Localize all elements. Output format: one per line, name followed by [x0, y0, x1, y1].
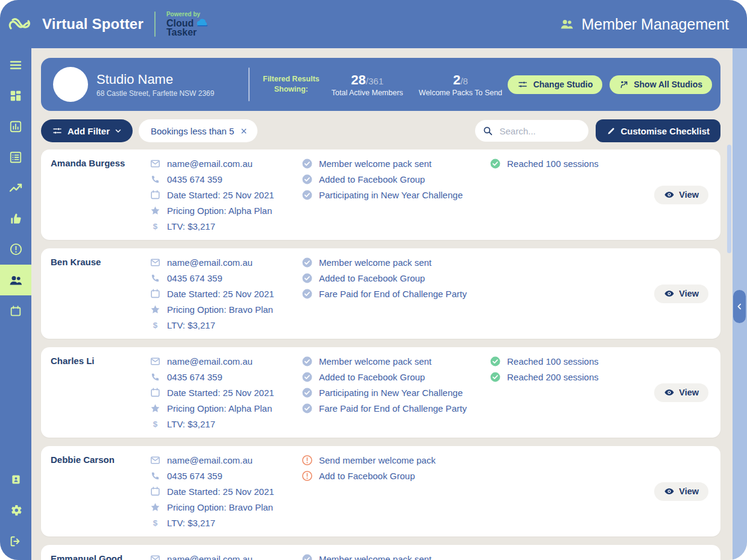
chip-close-icon[interactable]	[240, 127, 248, 135]
stat-value: 28	[351, 72, 365, 87]
member-checklist: Send member welcome packAdd to Facebook …	[301, 452, 490, 483]
svg-text:$: $	[153, 419, 158, 428]
member-card: Charles Liname@email.com.au0435 674 359D…	[41, 347, 720, 438]
view-button-label: View	[679, 388, 699, 397]
eye-icon	[664, 189, 675, 200]
scrollbar-thumb[interactable]	[727, 145, 731, 253]
sidebar-item-profile[interactable]	[0, 464, 31, 495]
sidebar-item-feedback[interactable]	[0, 203, 31, 234]
studio-name: Studio Name	[96, 72, 235, 87]
checklist-label: Added to Facebook Group	[319, 372, 425, 382]
check-circle-icon	[301, 387, 313, 398]
dashboard-icon	[9, 89, 22, 102]
contact-row-mail: name@email.com.au	[150, 353, 301, 369]
sidebar-item-menu[interactable]	[0, 49, 31, 80]
star-icon	[150, 502, 161, 513]
sidebar-item-logout[interactable]	[0, 526, 31, 556]
checklist-item: Added to Facebook Group	[301, 171, 490, 187]
contact-row-calendar: Date Started: 25 Nov 2021	[150, 483, 301, 499]
change-studio-label: Change Studio	[533, 80, 593, 89]
main-content: Studio Name 68 Castle Street, Farfette N…	[41, 58, 720, 560]
sidebar-item-forms[interactable]	[0, 142, 31, 172]
eye-icon	[664, 486, 675, 497]
drawer-toggle[interactable]	[733, 290, 746, 323]
filter-chip-label: Bookings less than 5	[151, 126, 234, 136]
contact-value: 0435 674 359	[167, 273, 222, 283]
filtered-results-label: Filtered Results Showing:	[263, 74, 320, 95]
view-member-button[interactable]: View	[654, 186, 708, 204]
checklist-item: Member welcome pack sent	[301, 254, 490, 270]
member-contact: name@email.com.au0435 674 359Date Starte…	[150, 452, 301, 530]
view-button-label: View	[679, 190, 699, 200]
sidebar-item-members[interactable]	[0, 265, 31, 295]
dollar-icon: $	[150, 319, 161, 331]
checklist-item: Member welcome pack sent	[301, 156, 490, 171]
contact-row-star: Pricing Option: Bravo Plan	[150, 499, 301, 515]
mail-icon	[150, 356, 161, 367]
trend-icon	[8, 181, 23, 195]
svg-text:$: $	[153, 518, 158, 527]
stat-total: /8	[461, 76, 468, 86]
cloud-tasker-line1: Cloud	[166, 19, 194, 28]
checklist-label: Send member welcome pack	[319, 455, 435, 465]
milestone-label: Reached 100 sessions	[507, 356, 599, 367]
member-milestones: Reached 100 sessions	[490, 156, 654, 171]
show-all-studios-button[interactable]: Show All Studios	[610, 75, 712, 94]
sidebar-item-settings[interactable]	[0, 495, 31, 526]
sidebar-item-trends[interactable]	[0, 172, 31, 203]
contact-row-dollar: $LTV: $3,217	[150, 416, 301, 432]
view-member-button[interactable]: View	[654, 285, 708, 303]
contact-row-mail: name@email.com.au	[150, 156, 301, 171]
milestone-check-icon	[490, 371, 501, 383]
contact-value: Date Started: 25 Nov 2021	[167, 289, 274, 299]
brand-area: Virtual Spotter Powered by Cloud Tasker	[8, 11, 209, 37]
filter-chips: Bookings less than 5	[133, 119, 257, 142]
checklist-label: Member welcome pack sent	[319, 554, 432, 560]
studio-bar: Studio Name 68 Castle Street, Farfette N…	[41, 58, 720, 111]
view-member-button[interactable]: View	[654, 482, 708, 501]
add-filter-label: Add Filter	[68, 126, 110, 136]
dollar-icon: $	[150, 517, 161, 529]
contact-value: LTV: $3,217	[167, 221, 215, 231]
dollar-icon: $	[150, 418, 161, 430]
contact-value: Date Started: 25 Nov 2021	[167, 486, 274, 497]
studio-stats: 28/361Total Active Members2/8Welcome Pac…	[332, 72, 502, 97]
checklist-label: Member welcome pack sent	[319, 356, 432, 367]
alert-circle-icon	[301, 455, 313, 466]
customise-checklist-button[interactable]: Customise Checklist	[596, 119, 720, 142]
sidebar-item-calendar[interactable]	[0, 295, 31, 326]
menu-icon	[8, 58, 23, 72]
filtered-results-line2: Showing:	[263, 84, 320, 95]
calendar-icon	[150, 386, 161, 399]
contact-value: Pricing Option: Alpha Plan	[167, 403, 272, 414]
checklist-item: Add to Facebook Group	[301, 468, 490, 483]
studio-avatar	[53, 67, 88, 102]
contact-value: 0435 674 359	[167, 174, 222, 184]
contact-row-dollar: $LTV: $3,217	[150, 218, 301, 234]
sidebar-item-reports[interactable]	[0, 111, 31, 142]
checklist-item: Participating in New Year Challenge	[301, 385, 490, 400]
app-window: Virtual Spotter Powered by Cloud Tasker	[0, 0, 747, 560]
member-checklist: Member welcome pack sentAdded to Faceboo…	[301, 353, 490, 416]
svg-text:$: $	[153, 320, 158, 329]
contact-value: Pricing Option: Bravo Plan	[167, 502, 273, 512]
add-filter-button[interactable]: Add Filter	[41, 119, 133, 142]
milestone-check-icon	[490, 158, 501, 169]
milestone-label: Reached 100 sessions	[507, 159, 599, 169]
contact-row-phone: 0435 674 359	[150, 270, 301, 286]
check-circle-icon	[301, 257, 313, 268]
view-member-button[interactable]: View	[654, 383, 708, 402]
search-input[interactable]	[498, 125, 581, 137]
filter-chip: Bookings less than 5	[139, 119, 257, 142]
sidebar-item-alerts[interactable]	[0, 234, 31, 265]
calendar-icon	[150, 188, 161, 201]
view-button-label: View	[679, 486, 699, 496]
contact-value: 0435 674 359	[167, 471, 222, 481]
sidebar-item-dashboard[interactable]	[0, 80, 31, 111]
checklist-item: Fare Paid for End of Challenge Party	[301, 400, 490, 416]
stat-label: Total Active Members	[332, 89, 403, 97]
change-studio-button[interactable]: Change Studio	[508, 75, 602, 94]
cloud-tasker-line2: Tasker	[166, 28, 209, 37]
checklist-label: Member welcome pack sent	[319, 159, 432, 169]
eye-icon	[664, 387, 675, 398]
